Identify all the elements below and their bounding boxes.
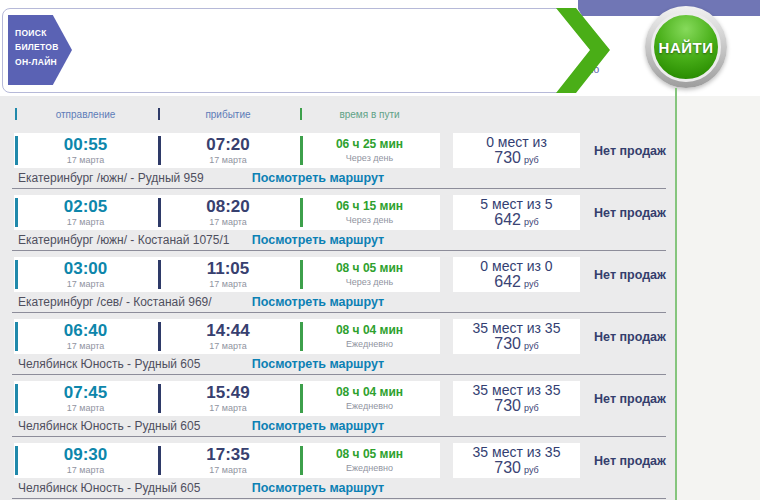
trip-row: 09:30 17 марта 17:35 17 марта 08 ч 05 ми… bbox=[0, 443, 760, 500]
route-name: Челябинск Юность - Рудный 605 bbox=[18, 419, 200, 433]
trip-duration: 08 ч 05 мин bbox=[336, 448, 403, 461]
duration-cell: 08 ч 04 мин Ежедневно bbox=[299, 319, 440, 354]
seats-available: 5 мест из 5 bbox=[453, 196, 580, 212]
departure-date: 17 марта bbox=[67, 155, 105, 165]
departure-bar bbox=[15, 446, 18, 475]
column-departure: отправление bbox=[14, 104, 157, 124]
duration-bar bbox=[300, 198, 303, 227]
arrival-bar bbox=[158, 322, 161, 351]
trip-frequency: Через день bbox=[346, 215, 393, 225]
row-divider bbox=[12, 312, 666, 313]
column-arrival-label: прибытие bbox=[205, 109, 250, 120]
price-currency: руб bbox=[524, 341, 539, 351]
view-route-link[interactable]: Посмотреть маршрут bbox=[228, 233, 408, 247]
column-duration-label: время в пути bbox=[339, 109, 399, 120]
route-name: Челябинск Юность - Рудный 605 bbox=[18, 357, 200, 371]
departure-cell: 06:40 17 марта bbox=[14, 319, 157, 354]
route-line: Челябинск Юность - Рудный 605 Посмотреть… bbox=[18, 481, 668, 496]
view-route-link[interactable]: Посмотреть маршрут bbox=[228, 171, 408, 185]
sales-status: Нет продаж bbox=[585, 257, 675, 292]
trip-times-card: 02:05 17 марта 08:20 17 марта 06 ч 15 ми… bbox=[14, 195, 440, 230]
row-divider bbox=[12, 188, 666, 189]
trip-row: 07:45 17 марта 15:49 17 марта 08 ч 04 ми… bbox=[0, 381, 760, 443]
booking-screen: ПОИСК БИЛЕТОВ ОН-ЛАЙН МАРШРУТ : Челябинс… bbox=[0, 0, 760, 500]
price-value: 730 bbox=[494, 459, 521, 476]
price-value: 730 bbox=[494, 149, 521, 166]
row-divider bbox=[12, 250, 666, 251]
departure-cell: 02:05 17 марта bbox=[14, 195, 157, 230]
duration-bar bbox=[300, 108, 302, 120]
departure-time: 00:55 bbox=[64, 136, 107, 153]
sales-status: Нет продаж bbox=[585, 133, 675, 168]
route-name: Екатеринбург /южн/ - Рудный 959 bbox=[18, 171, 204, 185]
route-line: Челябинск Юность - Рудный 605 Посмотреть… bbox=[18, 419, 668, 434]
trip-row: 02:05 17 марта 08:20 17 марта 06 ч 15 ми… bbox=[0, 195, 760, 257]
duration-bar bbox=[300, 384, 303, 413]
departure-time: 07:45 bbox=[64, 384, 107, 401]
trip-times-card: 07:45 17 марта 15:49 17 марта 08 ч 04 ми… bbox=[14, 381, 440, 416]
trip-duration: 08 ч 05 мин bbox=[336, 262, 403, 275]
arrival-cell: 15:49 17 марта bbox=[157, 381, 299, 416]
arrival-cell: 08:20 17 марта bbox=[157, 195, 299, 230]
departure-cell: 07:45 17 марта bbox=[14, 381, 157, 416]
departure-time: 06:40 bbox=[64, 322, 107, 339]
departure-bar bbox=[15, 198, 18, 227]
view-route-link[interactable]: Посмотреть маршрут bbox=[228, 481, 408, 495]
seats-card: 35 мест из 35 730руб bbox=[453, 443, 580, 478]
arrival-time: 14:44 bbox=[206, 322, 249, 339]
departure-cell: 03:00 17 марта bbox=[14, 257, 157, 292]
trip-frequency: Через день bbox=[346, 277, 393, 287]
trip-duration: 08 ч 04 мин bbox=[336, 386, 403, 399]
arrival-time: 11:05 bbox=[207, 260, 250, 277]
trip-frequency: Ежедневно bbox=[346, 463, 393, 473]
duration-bar bbox=[300, 260, 303, 289]
trip-times-card: 06:40 17 марта 14:44 17 марта 08 ч 04 ми… bbox=[14, 319, 440, 354]
arrival-cell: 11:05 17 марта bbox=[157, 257, 299, 292]
view-route-link[interactable]: Посмотреть маршрут bbox=[228, 357, 408, 371]
seats-available: 0 мест из bbox=[453, 134, 580, 150]
view-route-link[interactable]: Посмотреть маршрут bbox=[228, 295, 408, 309]
column-arrival: прибытие bbox=[157, 104, 299, 124]
route-name: Челябинск Юность - Рудный 605 bbox=[18, 481, 200, 495]
duration-bar bbox=[300, 322, 303, 351]
duration-bar bbox=[300, 446, 303, 475]
departure-time: 03:00 bbox=[64, 260, 107, 277]
trip-duration: 06 ч 25 мин bbox=[336, 138, 403, 151]
departure-bar bbox=[15, 384, 18, 413]
arrival-bar bbox=[158, 198, 161, 227]
departure-date: 17 марта bbox=[67, 279, 105, 289]
seats-available: 35 мест из 35 bbox=[453, 382, 580, 398]
seats-card: 35 мест из 35 730руб bbox=[453, 381, 580, 416]
trip-times-card: 03:00 17 марта 11:05 17 марта 08 ч 05 ми… bbox=[14, 257, 440, 292]
arrival-date: 17 марта bbox=[209, 465, 247, 475]
price-line: 730руб bbox=[453, 336, 580, 354]
price-currency: руб bbox=[524, 403, 539, 413]
row-divider bbox=[12, 374, 666, 375]
trip-row: 03:00 17 марта 11:05 17 марта 08 ч 05 ми… bbox=[0, 257, 760, 319]
seats-available: 0 мест из 0 bbox=[453, 258, 580, 274]
arrival-bar bbox=[158, 384, 161, 413]
arrival-time: 08:20 bbox=[206, 198, 249, 215]
seats-card: 5 мест из 5 642руб bbox=[453, 195, 580, 230]
seats-available: 35 мест из 35 bbox=[453, 320, 580, 336]
price-line: 642руб bbox=[453, 212, 580, 230]
arrival-cell: 14:44 17 марта bbox=[157, 319, 299, 354]
departure-bar bbox=[15, 260, 18, 289]
price-value: 730 bbox=[494, 397, 521, 414]
view-route-link[interactable]: Посмотреть маршрут bbox=[228, 419, 408, 433]
arrival-time: 17:35 bbox=[206, 446, 249, 463]
arrival-date: 17 марта bbox=[209, 341, 247, 351]
column-departure-label: отправление bbox=[56, 109, 116, 120]
price-value: 642 bbox=[494, 211, 521, 228]
find-button[interactable]: НАЙТИ bbox=[645, 6, 727, 88]
departure-bar bbox=[15, 322, 18, 351]
route-name: Екатеринбург /сев/ - Костанай 969/ bbox=[18, 295, 212, 309]
sales-status: Нет продаж bbox=[585, 443, 675, 478]
duration-cell: 08 ч 04 мин Ежедневно bbox=[299, 381, 440, 416]
price-line: 642руб bbox=[453, 274, 580, 292]
route-line: Екатеринбург /сев/ - Костанай 969/ Посмо… bbox=[18, 295, 668, 310]
green-vertical-divider bbox=[675, 88, 677, 500]
duration-bar bbox=[300, 136, 303, 165]
arrival-bar bbox=[158, 108, 160, 120]
sales-status: Нет продаж bbox=[585, 381, 675, 416]
